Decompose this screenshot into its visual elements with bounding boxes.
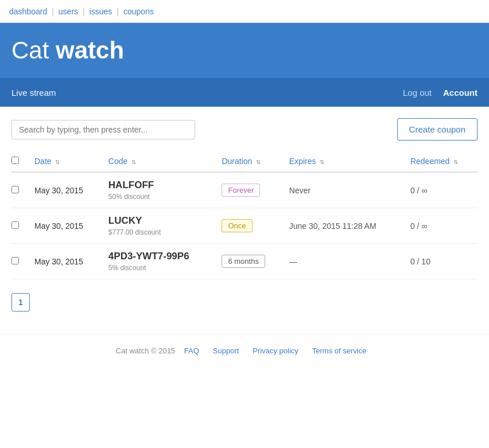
coupon-discount-2: 5% discount: [108, 264, 211, 272]
th-date: Date ⇅: [29, 152, 103, 172]
sub-nav: Live stream Log out Account: [0, 78, 489, 107]
table-row: May 30, 2015 4PD3-YWT7-99P6 5% discount …: [11, 244, 478, 279]
table-row: May 30, 2015 LUCKY $777.00 discount Once…: [11, 208, 478, 244]
sub-nav-right: Log out Account: [403, 88, 478, 98]
page-1-button[interactable]: 1: [11, 293, 30, 311]
row-checkbox-cell: [11, 172, 29, 208]
th-select-all: [11, 152, 29, 172]
duration-badge-2: 6 months: [222, 255, 265, 268]
footer-link[interactable]: Support: [213, 346, 239, 355]
footer-link[interactable]: Privacy policy: [253, 346, 298, 355]
nav-link-coupons[interactable]: coupons: [123, 7, 154, 16]
row-code-2: 4PD3-YWT7-99P6 5% discount: [103, 244, 216, 279]
footer-link[interactable]: Terms of service: [312, 346, 367, 355]
nav-separator-3: |: [117, 7, 119, 16]
duration-badge-1: Once: [222, 219, 252, 232]
row-redeemed-1: 0 / ∞: [405, 208, 478, 244]
footer: Cat watch © 2015 FAQSupportPrivacy polic…: [0, 334, 489, 367]
hero-title: Cat watch: [11, 37, 478, 64]
footer-copyright: Cat watch © 2015: [116, 346, 176, 355]
row-duration-0: Forever: [216, 172, 283, 208]
nav-link-issues[interactable]: issues: [90, 7, 112, 16]
row-code-0: HALFOFF 50% discount: [103, 172, 216, 208]
hero-title-bold: watch: [56, 37, 124, 64]
row-checkbox-2[interactable]: [11, 257, 19, 264]
top-nav: dashboard | users | issues | coupons: [0, 0, 489, 23]
hero-title-plain: Cat: [11, 37, 56, 64]
live-stream-link[interactable]: Live stream: [11, 88, 56, 98]
row-expires-0: Never: [284, 172, 405, 208]
row-expires-2: —: [284, 244, 405, 279]
redeemed-sort-icon: ⇅: [453, 159, 458, 165]
nav-separator-1: |: [52, 7, 54, 16]
account-link[interactable]: Account: [443, 88, 478, 98]
row-duration-1: Once: [216, 208, 283, 244]
sub-nav-left: Live stream: [11, 88, 56, 98]
date-sort-icon: ⇅: [55, 159, 60, 165]
toolbar: Create coupon: [11, 118, 478, 141]
coupon-code-0: HALFOFF: [108, 180, 211, 191]
footer-link[interactable]: FAQ: [184, 346, 199, 355]
table-row: May 30, 2015 HALFOFF 50% discount Foreve…: [11, 172, 478, 208]
row-redeemed-2: 0 / 10: [405, 244, 478, 279]
search-input[interactable]: [11, 120, 195, 139]
row-checkbox-cell: [11, 208, 29, 244]
hero-banner: Cat watch: [0, 23, 489, 78]
nav-link-users[interactable]: users: [59, 7, 78, 16]
row-checkbox-1[interactable]: [11, 221, 19, 229]
row-expires-1: June 30, 2015 11:28 AM: [284, 208, 405, 244]
row-duration-2: 6 months: [216, 244, 283, 279]
create-coupon-button[interactable]: Create coupon: [397, 118, 478, 141]
th-code: Code ⇅: [103, 152, 216, 172]
duration-badge-0: Forever: [222, 184, 260, 197]
main-content: Create coupon Date ⇅ Code ⇅ Duration ⇅: [0, 107, 489, 334]
coupon-code-1: LUCKY: [108, 215, 211, 227]
coupon-table: Date ⇅ Code ⇅ Duration ⇅ Expires ⇅ Redee…: [11, 152, 478, 279]
th-redeemed: Redeemed ⇅: [405, 152, 478, 172]
duration-sort-icon: ⇅: [256, 159, 261, 165]
table-body: May 30, 2015 HALFOFF 50% discount Foreve…: [11, 172, 478, 279]
row-date-1: May 30, 2015: [29, 208, 103, 244]
row-code-1: LUCKY $777.00 discount: [103, 208, 216, 244]
row-redeemed-0: 0 / ∞: [405, 172, 478, 208]
row-date-2: May 30, 2015: [29, 244, 103, 279]
row-date-0: May 30, 2015: [29, 172, 103, 208]
nav-separator-2: |: [83, 7, 85, 16]
th-duration: Duration ⇅: [216, 152, 283, 172]
logout-link[interactable]: Log out: [403, 88, 432, 98]
table-header: Date ⇅ Code ⇅ Duration ⇅ Expires ⇅ Redee…: [11, 152, 478, 172]
th-expires: Expires ⇅: [284, 152, 405, 172]
select-all-checkbox[interactable]: [11, 157, 19, 164]
nav-link-dashboard[interactable]: dashboard: [9, 7, 47, 16]
footer-links: FAQSupportPrivacy policyTerms of service: [177, 346, 374, 355]
coupon-code-2: 4PD3-YWT7-99P6: [108, 251, 211, 262]
row-checkbox-0[interactable]: [11, 186, 19, 193]
coupon-discount-0: 50% discount: [108, 193, 211, 201]
code-sort-icon: ⇅: [131, 159, 136, 165]
expires-sort-icon: ⇅: [320, 159, 324, 165]
pagination: 1: [11, 293, 478, 311]
coupon-discount-1: $777.00 discount: [108, 228, 211, 236]
row-checkbox-cell: [11, 244, 29, 279]
